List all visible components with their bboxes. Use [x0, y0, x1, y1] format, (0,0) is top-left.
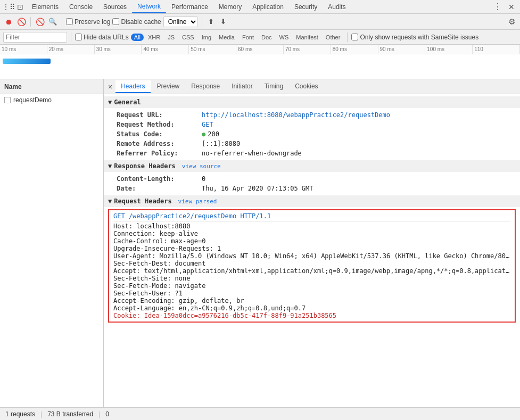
main-area: Name requestDemo × Headers Preview Respo… — [0, 79, 520, 407]
preserve-log-label[interactable]: Preserve log — [66, 18, 110, 26]
menu-console[interactable]: Console — [64, 1, 98, 13]
menu-sources[interactable]: Sources — [98, 1, 132, 13]
toolbar-separator-3 — [202, 17, 202, 27]
tab-timing[interactable]: Timing — [259, 80, 289, 93]
header-accept-encoding: Accept-Encoding: gzip, deflate, br — [113, 297, 510, 304]
content-length-label: Content-Length: — [117, 175, 202, 183]
filter-chip-manifest[interactable]: Manifest — [293, 34, 321, 41]
request-headers-section-header[interactable]: ▼ Request Headers view parsed — [104, 195, 520, 207]
filter-chip-other[interactable]: Other — [323, 34, 344, 41]
tick-70ms: 70 ms — [284, 45, 331, 54]
header-user-agent: User-Agent: Mozilla/5.0 (Windows NT 10.0… — [113, 252, 510, 260]
throttle-select[interactable]: Online — [163, 17, 198, 27]
filter-input[interactable] — [3, 32, 67, 43]
filter-chip-js[interactable]: JS — [164, 34, 178, 41]
tick-50ms: 50 ms — [189, 45, 236, 54]
request-item[interactable]: requestDemo — [0, 94, 103, 106]
request-url-value: http://localhost:8080/webappPractice2/re… — [202, 111, 390, 119]
filter-chip-font[interactable]: Font — [239, 34, 257, 41]
tab-preview[interactable]: Preview — [152, 80, 185, 93]
menu-performance[interactable]: Performance — [166, 1, 213, 13]
request-method-value: GET — [202, 121, 213, 128]
tick-20ms: 20 ms — [47, 45, 95, 54]
view-parsed-link[interactable]: view parsed — [178, 198, 217, 205]
hide-data-urls-checkbox[interactable] — [75, 34, 82, 40]
response-headers-section-header[interactable]: ▼ Response Headers view source — [104, 160, 520, 172]
date-label: Date: — [117, 185, 202, 192]
request-method-label: Request Method: — [117, 121, 202, 128]
import-button[interactable]: ⬆ — [206, 17, 216, 27]
timeline: 10 ms 20 ms 30 ms 40 ms 50 ms 60 ms 70 m… — [0, 45, 520, 79]
response-headers-section-body: Content-Length: 0 Date: Thu, 16 Apr 2020… — [104, 172, 520, 195]
request-method-row: Request Method: GET — [117, 120, 511, 129]
toolbar-separator-2 — [62, 17, 62, 27]
menu-bar: ⋮⠿ ⊡ Elements Console Sources Network Pe… — [0, 0, 520, 14]
search-button[interactable]: 🔍 — [47, 17, 58, 27]
view-source-link[interactable]: view source — [182, 163, 221, 170]
referrer-policy-value: no-referrer-when-downgrade — [202, 150, 302, 157]
menu-audits[interactable]: Audits — [323, 1, 351, 13]
tab-response[interactable]: Response — [186, 80, 225, 93]
tick-100ms: 100 ms — [425, 45, 473, 54]
filter-chip-css[interactable]: CSS — [179, 34, 197, 41]
filter-chip-doc[interactable]: Doc — [258, 34, 275, 41]
filter-chip-media[interactable]: Media — [216, 34, 238, 41]
close-detail-button[interactable]: × — [106, 81, 114, 92]
hide-data-urls-label[interactable]: Hide data URLs — [75, 34, 129, 41]
tab-cookies[interactable]: Cookies — [290, 80, 323, 93]
referrer-policy-label: Referrer Policy: — [117, 150, 202, 157]
request-url-row: Request URL: http://localhost:8080/webap… — [117, 110, 511, 120]
detail-content[interactable]: ▼ General Request URL: http://localhost:… — [104, 94, 520, 407]
status-bar: 1 requests | 73 B transferred | 0 — [0, 407, 520, 420]
resources-count: 0 — [105, 410, 109, 418]
header-sec-fetch-mode: Sec-Fetch-Mode: navigate — [113, 282, 510, 290]
request-name: requestDemo — [13, 96, 52, 104]
menu-memory[interactable]: Memory — [213, 1, 247, 13]
filter-chip-xhr[interactable]: XHR — [145, 34, 163, 41]
tick-110: 110 — [473, 45, 520, 54]
response-headers-title: Response Headers — [114, 162, 176, 170]
export-button[interactable]: ⬇ — [218, 17, 228, 27]
toolbar: ⏺ 🚫 🚫 🔍 Preserve log Disable cache Onlin… — [0, 14, 520, 30]
status-sep-2: | — [98, 410, 100, 418]
request-line: GET /webappPractice2/requestDemo HTTP/1.… — [113, 212, 510, 221]
menu-elements[interactable]: Elements — [27, 1, 64, 13]
menu-application[interactable]: Application — [247, 1, 289, 13]
tab-headers[interactable]: Headers — [115, 80, 150, 93]
timeline-ruler: 10 ms 20 ms 30 ms 40 ms 50 ms 60 ms 70 m… — [0, 45, 520, 54]
settings-button[interactable]: ⚙ — [506, 17, 517, 27]
more-options-icon[interactable]: ⋮ — [490, 2, 505, 12]
same-site-checkbox[interactable] — [351, 34, 358, 40]
menu-network[interactable]: Network — [132, 1, 166, 13]
remote-address-row: Remote Address: [::1]:8080 — [117, 139, 511, 149]
filter-chip-all[interactable]: All — [131, 34, 144, 41]
same-site-label[interactable]: Only show requests with SameSite issues — [351, 34, 478, 41]
header-accept: Accept: text/html,application/xhtml+xml,… — [113, 267, 510, 275]
header-sec-fetch-dest: Sec-Fetch-Dest: document — [113, 260, 510, 267]
menu-security[interactable]: Security — [289, 1, 323, 13]
filter-bar: Hide data URLs All XHR JS CSS Img Media … — [0, 30, 520, 45]
filter-chip-img[interactable]: Img — [199, 34, 214, 41]
dock-icon[interactable]: ✕ — [505, 3, 518, 11]
header-connection: Connection: keep-alive — [113, 230, 510, 237]
left-panel: Name requestDemo — [0, 79, 104, 407]
record-button[interactable]: ⏺ — [3, 17, 14, 27]
stop-button[interactable]: 🚫 — [16, 17, 27, 27]
clear-button[interactable]: 🚫 — [35, 17, 45, 27]
remote-address-value: [::1]:8080 — [202, 140, 240, 147]
preserve-log-checkbox[interactable] — [66, 18, 73, 25]
tick-30ms: 30 ms — [95, 45, 142, 54]
tick-60ms: 60 ms — [236, 45, 284, 54]
header-upgrade: Upgrade-Insecure-Requests: 1 — [113, 245, 510, 252]
filter-separator — [71, 32, 71, 42]
filter-chip-ws[interactable]: WS — [276, 34, 292, 41]
content-length-value: 0 — [202, 175, 205, 183]
general-section-header[interactable]: ▼ General — [104, 96, 520, 108]
remote-address-label: Remote Address: — [117, 140, 202, 147]
status-code-row: Status Code: 200 — [117, 129, 511, 139]
disable-cache-label[interactable]: Disable cache — [112, 18, 161, 26]
tab-initiator[interactable]: Initiator — [226, 80, 258, 93]
tick-90ms: 90 ms — [378, 45, 426, 54]
disable-cache-checkbox[interactable] — [112, 18, 119, 25]
general-title: General — [114, 98, 141, 106]
